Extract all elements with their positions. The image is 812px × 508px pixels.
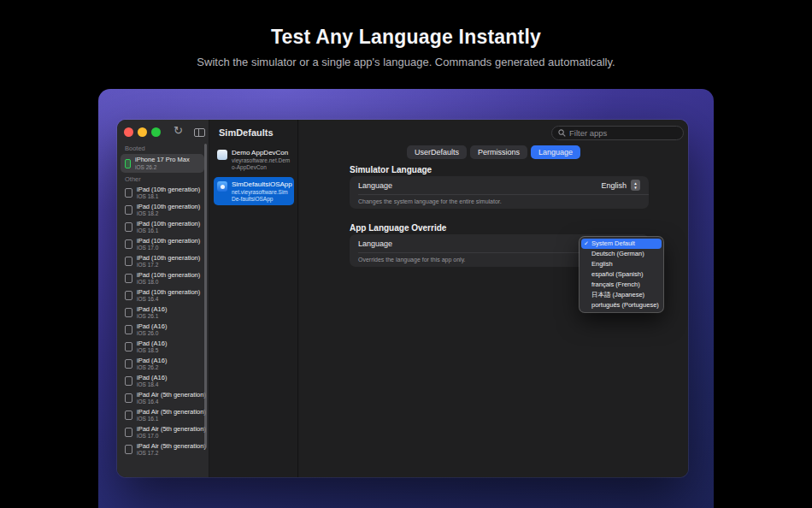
device-name: iPhone 17 Pro Max xyxy=(135,157,190,164)
device-os: iOS 16.4 xyxy=(137,399,202,405)
sidebar-device-item[interactable]: iPad Air (5th generation)iOS 17.2 xyxy=(121,441,204,458)
sidebar-device-item[interactable]: iPad (A16)iOS 26.1 xyxy=(121,304,204,321)
ipad-icon xyxy=(125,445,132,454)
minimize-window-button[interactable] xyxy=(138,127,147,137)
ipad-icon xyxy=(125,239,132,249)
search-input[interactable]: Filter apps xyxy=(551,126,684,140)
apps-column: SimDefaults Demo AppDevConvieyrasoftware… xyxy=(210,120,298,477)
sidebar-device-item[interactable]: iPad (A16)iOS 18.4 xyxy=(121,373,204,389)
device-os: iOS 18.1 xyxy=(137,193,200,200)
sidebar-device-item[interactable]: iPad (10th generation)iOS 16.1 xyxy=(121,219,204,235)
sidebar-device-item[interactable]: iPad (10th generation)iOS 18.1 xyxy=(121,185,204,201)
ipad-icon xyxy=(125,274,132,283)
app-window: ↻ BootediPhone 17 Pro MaxiOS 26.2OtheriP… xyxy=(117,120,688,477)
checkmark-icon: ✓ xyxy=(584,239,589,249)
device-name: iPad (10th generation) xyxy=(137,238,200,245)
sidebar-device-item[interactable]: iPad Air (5th generation)iOS 16.1 xyxy=(121,407,204,423)
sidebar-scrollbar[interactable] xyxy=(204,144,207,448)
device-name: iPad (10th generation) xyxy=(137,289,200,297)
sidebar-section-label: Booted xyxy=(125,145,209,152)
device-os: iOS 26.2 xyxy=(137,364,167,371)
device-os: iOS 17.2 xyxy=(137,262,200,269)
app-icon xyxy=(217,150,227,160)
device-os: iOS 18.0 xyxy=(137,279,200,286)
sidebar-device-item[interactable]: iPad (10th generation)iOS 17.2 xyxy=(121,253,204,269)
menu-item-language-option[interactable]: 日本語 (Japanese) xyxy=(581,290,662,300)
ipad-icon xyxy=(125,359,132,369)
simulator-language-value: English xyxy=(601,181,627,190)
sidebar-device-item[interactable]: iPad (10th generation)iOS 18.2 xyxy=(121,202,204,218)
sidebar-device-item[interactable]: iPad (10th generation)iOS 18.0 xyxy=(121,270,204,286)
menu-item-language-option[interactable]: Deutsch (German) xyxy=(581,249,662,259)
hero-title: Test Any Language Instantly xyxy=(0,26,812,49)
device-os: iOS 17.0 xyxy=(137,433,202,440)
main-content: Filter apps UserDefaultsPermissionsLangu… xyxy=(299,120,688,477)
close-window-button[interactable] xyxy=(124,127,133,137)
simulator-language-caption: Changes the system language for the enti… xyxy=(350,195,649,209)
device-name: iPad (A16) xyxy=(137,375,167,382)
ipad-icon xyxy=(125,188,132,198)
window-title: SimDefaults xyxy=(219,127,274,138)
device-name: iPad Air (5th generation) xyxy=(137,392,202,399)
refresh-icon[interactable]: ↻ xyxy=(174,124,183,137)
sidebar-device-item[interactable]: iPad Air (5th generation)iOS 17.0 xyxy=(121,424,204,440)
menu-item-language-option[interactable]: español (Spanish) xyxy=(581,269,662,280)
sidebar-device-item[interactable]: iPad (A16)iOS 18.5 xyxy=(121,339,204,355)
simulator-language-heading: Simulator Language xyxy=(350,165,432,174)
device-name: iPad Air (5th generation) xyxy=(137,443,202,451)
device-name: iPad (10th generation) xyxy=(137,255,200,263)
ipad-icon xyxy=(125,428,132,437)
zoom-window-button[interactable] xyxy=(151,127,161,137)
device-name: iPad (A16) xyxy=(137,323,167,331)
app-list-item[interactable]: SimDefaultsiOSAppnet.vieyrasoftware.SimD… xyxy=(214,177,294,205)
tab-bar: UserDefaultsPermissionsLanguage xyxy=(299,145,688,159)
app-list-item[interactable]: Demo AppDevConvieyrasoftware.net.Demo-Ap… xyxy=(214,145,294,174)
device-os: iOS 18.5 xyxy=(137,347,167,354)
sidebar-toggle-icon[interactable] xyxy=(194,128,205,137)
device-os: iOS 16.1 xyxy=(137,227,200,234)
device-name: iPad Air (5th generation) xyxy=(137,409,202,416)
ipad-icon xyxy=(125,291,132,300)
search-icon xyxy=(558,129,566,137)
app-icon xyxy=(217,181,227,192)
device-os: iOS 26.0 xyxy=(137,330,167,337)
sidebar-device-item[interactable]: iPad (10th generation)iOS 17.0 xyxy=(121,236,204,252)
app-bundle-id: net.vieyrasoftware.SimDe-faultsiOSApp xyxy=(232,189,291,202)
ipad-icon xyxy=(125,393,132,403)
sidebar-device-item[interactable]: iPad Air (5th generation)iOS 16.4 xyxy=(121,390,204,406)
app-bundle-id: vieyrasoftware.net.Demo-AppDevCon xyxy=(232,157,291,170)
menu-item-language-option[interactable]: português (Portuguese) xyxy=(581,300,662,310)
app-language-label: Language xyxy=(358,239,392,248)
simulator-language-row: Language English ▴ ▾ xyxy=(350,176,649,194)
iphone-icon xyxy=(125,159,131,168)
menu-item-language-option[interactable]: ✓System Default xyxy=(581,239,662,249)
device-os: iOS 16.1 xyxy=(137,416,202,422)
hero: Test Any Language Instantly Switch the s… xyxy=(0,26,812,68)
simulator-language-popup[interactable]: English ▴ ▾ xyxy=(601,180,640,191)
tab-permissions[interactable]: Permissions xyxy=(470,145,527,159)
device-name: iPad Air (5th generation) xyxy=(137,426,202,434)
tab-language[interactable]: Language xyxy=(531,145,580,159)
sidebar-device-item[interactable]: iPad (A16)iOS 26.0 xyxy=(121,322,204,338)
tab-userdefaults[interactable]: UserDefaults xyxy=(407,145,467,159)
device-name: iPad (10th generation) xyxy=(137,221,200,228)
device-list: BootediPhone 17 Pro MaxiOS 26.2OtheriPad… xyxy=(117,142,209,458)
ipad-icon xyxy=(125,342,132,351)
ipad-icon xyxy=(125,205,132,215)
stepper-icon[interactable]: ▴ ▾ xyxy=(631,180,640,191)
device-name: iPad (A16) xyxy=(137,306,167,314)
ipad-icon xyxy=(125,308,132,317)
device-os: iOS 26.1 xyxy=(137,313,167,320)
ipad-icon xyxy=(125,411,132,420)
sidebar-device-item[interactable]: iPad (A16)iOS 26.2 xyxy=(121,356,204,372)
menu-item-language-option[interactable]: français (French) xyxy=(581,280,662,290)
sidebar-device-item[interactable]: iPad (10th generation)iOS 16.4 xyxy=(121,287,204,304)
sidebar-device-item[interactable]: iPhone 17 Pro MaxiOS 26.2 xyxy=(121,154,204,173)
device-os: iOS 18.2 xyxy=(137,210,200,217)
device-os: iOS 16.4 xyxy=(137,296,200,303)
language-dropdown-menu: ✓System DefaultDeutsch (German)Englishes… xyxy=(580,237,663,312)
gradient-panel: ↻ BootediPhone 17 Pro MaxiOS 26.2OtheriP… xyxy=(98,89,714,508)
simulator-language-card: Language English ▴ ▾ Changes the system … xyxy=(350,176,649,209)
menu-item-language-option[interactable]: English xyxy=(581,259,662,269)
chevron-down-icon: ▾ xyxy=(634,186,637,190)
